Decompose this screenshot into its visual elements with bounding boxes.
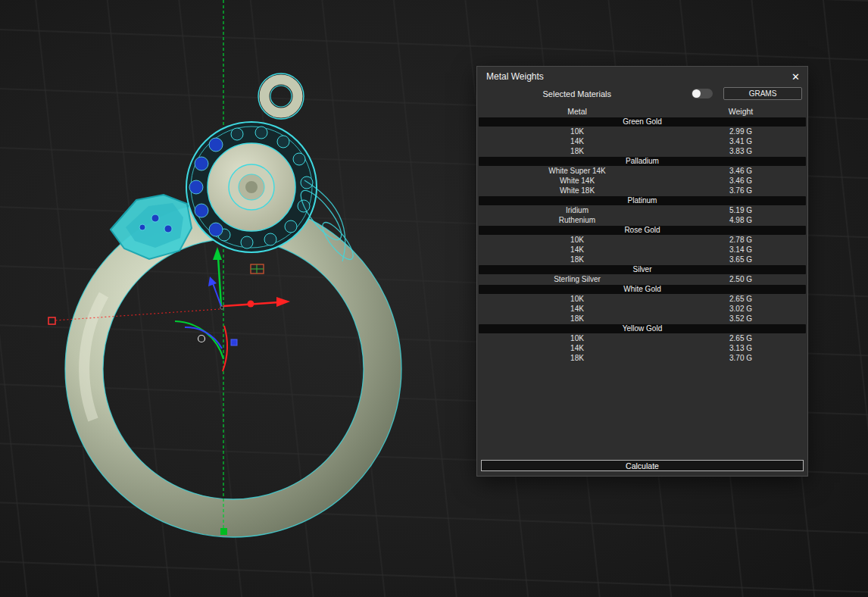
weight-value: 3.41 G [676,136,806,146]
metal-group-header: Yellow Gold [479,324,806,333]
dialog-title: Metal Weights [486,71,544,82]
weight-value: 3.83 G [676,146,806,156]
gem-stone [195,204,208,217]
metal-group-header: Rose Gold [479,226,806,235]
app-window: Metal Weights ✕ Selected Materials GRAMS… [0,0,868,597]
metal-name: 10K [479,127,676,136]
table-row: White 14K3.46 G [479,176,806,186]
weight-value: 3.52 G [676,314,806,324]
toggle-knob [692,89,701,98]
axis-endpoint-handle[interactable] [220,528,227,535]
gem-stone [189,180,203,194]
metal-column-header: Metal [479,107,676,116]
metal-name: Iridium [479,205,676,215]
metal-name: 10K [479,294,676,304]
metal-group-header: White Gold [479,285,806,294]
weight-value: 3.46 G [676,166,806,176]
metal-name: 14K [479,245,676,255]
metal-group-header: Silver [479,265,806,274]
metal-weights-table: Green Gold10K2.99 G14K3.41 G18K3.83 GPal… [477,117,807,363]
weight-value: 3.70 G [676,353,806,363]
gem-stone [195,157,208,170]
weight-value: 3.46 G [676,176,806,186]
table-row: 18K3.83 G [479,146,806,156]
pendant-bezel[interactable] [186,122,317,252]
dialog-controls-row: Selected Materials GRAMS [477,85,807,105]
selected-materials-label: Selected Materials [543,89,612,98]
z-axis-cube-handle[interactable] [231,339,237,345]
gem-stone [209,223,223,236]
metal-name: 14K [479,304,676,314]
table-row: 14K3.14 G [479,245,806,255]
metal-name: 14K [479,136,676,146]
gem-seat [241,236,253,248]
table-row: 14K3.02 G [479,304,806,314]
table-row: 10K2.65 G [479,333,806,343]
gem-stone [139,224,145,230]
table-row: 14K3.13 G [479,343,806,353]
gem-seat [277,136,289,148]
gem-seat [285,220,297,233]
metal-group-header: Palladium [479,157,806,166]
metal-name: White 14K [479,176,676,186]
selected-materials-toggle[interactable] [692,89,713,98]
gem-seat [293,153,305,165]
metal-weights-dialog: Metal Weights ✕ Selected Materials GRAMS… [476,66,808,477]
metal-name: White Super 14K [479,166,676,176]
weight-value: 5.19 G [676,205,806,215]
metal-name: 10K [479,333,676,343]
gem-stone [151,214,159,222]
weight-value: 4.98 G [676,215,806,225]
table-row: 18K3.52 G [479,314,806,324]
table-row: Sterling Silver2.50 G [479,274,806,284]
weight-column-header: Weight [676,107,806,116]
metal-name: White 18K [479,186,676,195]
table-row: 10K2.78 G [479,235,806,245]
metal-name: 10K [479,235,676,245]
gem-stone [164,225,172,233]
table-row: Ruthenium4.98 G [479,215,806,225]
table-row: 14K3.41 G [479,136,806,146]
close-icon[interactable]: ✕ [792,72,800,82]
table-row: 10K2.65 G [479,294,806,304]
metal-name: 14K [479,343,676,353]
gem-seat [255,127,267,139]
gem-seat [301,177,313,189]
metal-group-header: Green Gold [479,117,806,127]
metal-name: 18K [479,314,676,324]
weight-value: 2.65 G [676,294,806,304]
metal-name: 18K [479,353,676,363]
weight-value: 2.99 G [676,127,806,136]
table-row: White Super 14K3.46 G [479,166,806,176]
gem-seat [231,128,243,140]
weight-value: 3.13 G [676,343,806,353]
gem-seat [264,233,276,245]
x-axis-ball[interactable] [248,301,254,308]
metal-group-header: Platinum [479,196,806,205]
table-row: White 18K3.76 G [479,186,806,195]
weight-value: 2.78 G [676,235,806,245]
weight-value: 2.50 G [676,274,806,284]
metal-name: 18K [479,255,676,264]
calculate-button[interactable]: Calculate [481,460,804,471]
weight-value: 3.14 G [676,245,806,255]
dialog-header: Metal Weights ✕ [477,67,807,85]
weight-value: 3.65 G [676,255,806,264]
units-button[interactable]: GRAMS [723,87,802,100]
metal-name: 18K [479,146,676,156]
table-row: 18K3.70 G [479,353,806,363]
table-row: 10K2.99 G [479,127,806,136]
table-row: 18K3.65 G [479,255,806,264]
weight-value: 3.76 G [676,186,806,195]
gizmo-origin[interactable] [220,306,223,309]
weight-value: 3.02 G [676,304,806,314]
weight-value: 2.65 G [676,333,806,343]
metal-name: Ruthenium [479,215,676,225]
table-column-headers: Metal Weight [477,105,807,117]
metal-name: Sterling Silver [479,274,676,284]
gem-stone [209,138,223,152]
table-row: Iridium5.19 G [479,205,806,215]
